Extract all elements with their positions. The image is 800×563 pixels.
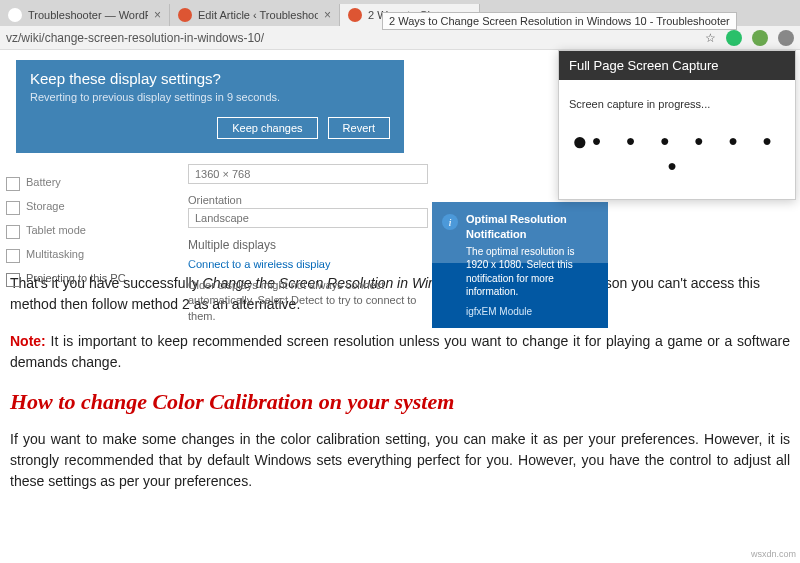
favicon-1 xyxy=(8,8,22,22)
sidebar-item-projecting[interactable]: Projecting to this PC xyxy=(0,266,176,290)
favicon-3 xyxy=(348,8,362,22)
popup-title: Full Page Screen Capture xyxy=(559,51,795,80)
screen-capture-popup: Full Page Screen Capture Screen capture … xyxy=(558,50,796,200)
close-icon[interactable]: × xyxy=(154,8,161,22)
paragraph-note: Note: It is important to keep recommende… xyxy=(10,331,790,373)
dimmer-overlay xyxy=(0,50,608,263)
tab-2[interactable]: Edit Article ‹ Troubleshooter — W × xyxy=(170,4,340,26)
progress-dots: ●● ● ● ● ● ● ● xyxy=(569,126,785,175)
note-label: Note: xyxy=(10,333,46,349)
star-icon[interactable]: ☆ xyxy=(705,31,716,45)
older-displays-hint: Older displays might not always connect … xyxy=(188,278,428,324)
notification-module: igfxEM Module xyxy=(466,305,598,319)
extension-icon-leaf[interactable] xyxy=(752,30,768,46)
url-text[interactable]: vz/wiki/change-screen-resolution-in-wind… xyxy=(6,31,705,45)
paragraph-calibration: If you want to make some changes in the … xyxy=(10,429,790,492)
tab-1[interactable]: Troubleshooter — WordP × xyxy=(0,4,170,26)
tab-title: Troubleshooter — WordP xyxy=(28,9,148,21)
watermark: wsxdn.com xyxy=(751,549,796,559)
close-icon[interactable]: × xyxy=(324,8,331,22)
camera-icon[interactable] xyxy=(778,30,794,46)
toolbar-icons: ☆ xyxy=(705,30,794,46)
tab-tooltip: 2 Ways to Change Screen Resolution in Wi… xyxy=(382,12,737,30)
article-screenshot: Keep these display settings? Reverting t… xyxy=(0,50,608,263)
extension-icon-green[interactable] xyxy=(726,30,742,46)
tab-title: Edit Article ‹ Troubleshooter — W xyxy=(198,9,318,21)
heading-color-calibration: How to change Color Calibration on your … xyxy=(10,389,790,415)
popup-status: Screen capture in progress... xyxy=(569,98,785,110)
favicon-2 xyxy=(178,8,192,22)
